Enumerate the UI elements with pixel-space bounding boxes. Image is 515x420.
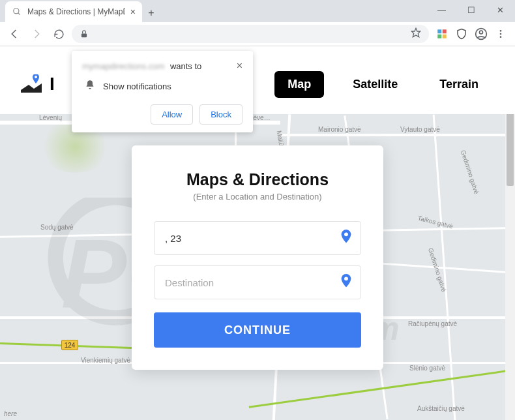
- map-pin-icon: [20, 74, 43, 94]
- lock-icon: [80, 29, 89, 38]
- svg-point-10: [500, 30, 502, 32]
- notification-wants-label: wants to: [170, 61, 201, 71]
- menu-dots-icon[interactable]: [494, 27, 507, 40]
- road-label: Gedimino gatvė: [460, 149, 480, 195]
- svg-point-11: [500, 33, 502, 35]
- svg-rect-5: [443, 29, 447, 33]
- back-button[interactable]: [5, 25, 23, 43]
- map-attribution: here: [4, 410, 17, 417]
- allow-button[interactable]: Allow: [151, 104, 193, 125]
- svg-point-17: [344, 232, 348, 236]
- svg-point-18: [344, 277, 348, 280]
- browser-tab[interactable]: Maps & Directions | MyMapDirec ×: [5, 1, 142, 22]
- svg-rect-6: [437, 35, 441, 38]
- directions-card: Maps & Directions (Enter a Location and …: [132, 145, 383, 370]
- road-label: Aukštaičių gatvė: [417, 405, 465, 412]
- svg-rect-4: [437, 29, 441, 33]
- road-label: Vienkiemių gatvė: [81, 357, 130, 364]
- map-highway-line: [249, 370, 505, 408]
- search-icon: [12, 7, 22, 17]
- road-shield-marker: 124: [61, 340, 78, 350]
- bell-icon: [85, 80, 95, 93]
- block-button[interactable]: Block: [199, 104, 243, 125]
- site-logo[interactable]: I: [20, 74, 55, 95]
- bookmark-star-icon[interactable]: [411, 27, 421, 40]
- location-pin-icon: [340, 230, 352, 247]
- window-close-button[interactable]: ✕: [486, 0, 515, 20]
- notification-permission-label: Show notifications: [103, 82, 171, 91]
- svg-line-1: [18, 13, 20, 15]
- road-label: Slėnio gatvė: [409, 365, 445, 372]
- forward-button[interactable]: [27, 25, 46, 43]
- road-label: Vytauto gatvė: [400, 126, 440, 133]
- svg-point-13: [35, 76, 37, 78]
- profile-avatar-icon[interactable]: [475, 27, 488, 40]
- road-label: Račiupėnų gatvė: [408, 320, 457, 327]
- close-icon[interactable]: ×: [237, 60, 243, 72]
- extension-icon[interactable]: [435, 27, 449, 40]
- tab-terrain[interactable]: Terrain: [426, 71, 492, 98]
- tab-close-icon[interactable]: ×: [130, 7, 136, 17]
- window-maximize-button[interactable]: ☐: [456, 0, 486, 20]
- svg-rect-7: [443, 35, 447, 38]
- tab-title: Maps & Directions | MyMapDirec: [27, 7, 125, 16]
- svg-point-9: [480, 31, 483, 34]
- destination-input[interactable]: [154, 265, 361, 299]
- location-input[interactable]: [154, 221, 361, 255]
- reload-button[interactable]: [50, 25, 68, 43]
- location-pin-icon: [340, 274, 352, 291]
- road-label: Maironio gatvė: [318, 126, 361, 133]
- map-view-tabs: Map Satellite Terrain: [274, 71, 492, 98]
- road-label: Sodų gatvė: [40, 224, 74, 231]
- card-title: Maps & Directions: [154, 170, 361, 189]
- address-bar[interactable]: [72, 25, 429, 43]
- continue-button[interactable]: CONTINUE: [154, 312, 361, 348]
- new-tab-button[interactable]: +: [142, 4, 160, 22]
- road-label: Lėvenių: [39, 114, 62, 121]
- tab-satellite[interactable]: Satellite: [340, 71, 411, 98]
- tab-map[interactable]: Map: [274, 71, 324, 98]
- shield-icon[interactable]: [455, 27, 468, 40]
- browser-toolbar: [0, 22, 515, 46]
- svg-point-12: [500, 36, 502, 38]
- notification-origin: mymapdirections.com: [82, 61, 164, 71]
- svg-marker-3: [411, 28, 420, 37]
- logo-text: I: [50, 74, 55, 95]
- road-label: Taikos gatvė: [417, 214, 454, 230]
- card-subtitle: (Enter a Location and Destination): [154, 192, 361, 202]
- window-minimize-button[interactable]: —: [427, 0, 456, 20]
- notification-permission-prompt: mymapdirections.com wants to × Show noti…: [72, 51, 253, 132]
- svg-rect-2: [81, 33, 87, 37]
- svg-point-0: [14, 8, 19, 14]
